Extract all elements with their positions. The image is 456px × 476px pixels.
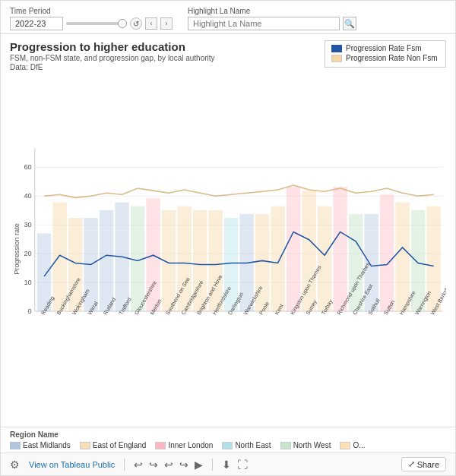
- toolbar-divider-1: [124, 459, 125, 471]
- legend-color-fsm: [331, 45, 342, 52]
- legend-label-fsm: Progression Rate Fsm: [346, 44, 421, 52]
- tableau-icon: ⚙: [10, 459, 20, 471]
- next-button[interactable]: ›: [160, 17, 173, 30]
- region-legend: Region Name East Midlands East of Englan…: [1, 427, 455, 452]
- toolbar-divider-2: [212, 459, 213, 471]
- region-label-other: O...: [353, 441, 365, 449]
- region-color-north-east: [222, 442, 233, 449]
- undo-button[interactable]: ↩: [134, 459, 143, 471]
- region-legend-label: Region Name: [10, 430, 446, 439]
- region-label-north-west: North West: [293, 441, 331, 449]
- top-controls: Time Period 2022-23 ↺ ‹ › Highlight La N…: [1, 1, 455, 34]
- svg-text:10: 10: [24, 279, 31, 286]
- highlight-row: 🔍: [188, 17, 446, 30]
- expand-button[interactable]: ⛶: [237, 459, 248, 471]
- view-on-tableau-link[interactable]: View on Tableau Public: [29, 460, 115, 469]
- region-item-other[interactable]: O...: [340, 441, 365, 449]
- chart-legend: Progression Rate Fsm Progression Rate No…: [325, 40, 446, 68]
- slider-thumb[interactable]: [118, 19, 127, 28]
- forward-button[interactable]: ▶: [195, 459, 203, 471]
- undo2-button[interactable]: ↩: [164, 459, 173, 471]
- region-label-east-england: East of England: [93, 441, 147, 449]
- share-label: Share: [417, 460, 439, 469]
- time-period-value: 2022-23: [10, 17, 63, 30]
- chart-subtitle2: Data: DfE: [10, 63, 215, 71]
- chart-title: Progression to higher education: [10, 40, 215, 53]
- svg-text:20: 20: [24, 250, 31, 257]
- redo-button[interactable]: ↪: [149, 459, 158, 471]
- highlight-label: Highlight La Name: [188, 7, 446, 15]
- region-item-north-west[interactable]: North West: [280, 441, 331, 449]
- legend-label-non-fsm: Progression Rate Non Fsm: [346, 54, 438, 62]
- region-color-other: [340, 442, 350, 449]
- chart-title-block: Progression to higher education FSM, non…: [10, 40, 215, 71]
- region-item-inner-london[interactable]: Inner London: [155, 441, 213, 449]
- region-item-north-east[interactable]: North East: [222, 441, 271, 449]
- legend-item-non-fsm: Progression Rate Non Fsm: [331, 54, 439, 62]
- bottom-toolbar: ⚙ View on Tableau Public ↩ ↪ ↩ ↪ ▶ ⬇ ⛶ ⤢…: [1, 452, 455, 475]
- prev-button[interactable]: ‹: [145, 17, 157, 30]
- time-period-label: Time Period: [10, 7, 173, 15]
- time-period-group: Time Period 2022-23 ↺ ‹ ›: [10, 7, 173, 30]
- chart-svg: Progression rate 0 10 20 30 40 60: [10, 74, 446, 424]
- svg-rect-37: [380, 194, 394, 311]
- svg-text:30: 30: [24, 221, 31, 229]
- time-period-slider[interactable]: [66, 22, 127, 25]
- share-icon: ⤢: [408, 459, 415, 469]
- svg-text:0: 0: [28, 307, 32, 315]
- highlight-input[interactable]: [188, 17, 340, 30]
- region-color-north-west: [280, 442, 291, 449]
- svg-rect-19: [100, 210, 113, 311]
- chart-area: Progression to higher education FSM, non…: [1, 34, 455, 427]
- download-button[interactable]: ⬇: [222, 459, 231, 471]
- svg-rect-31: [287, 187, 300, 311]
- chart-svg-container: Progression rate 0 10 20 30 40 60: [10, 74, 446, 424]
- chart-header: Progression to higher education FSM, non…: [10, 40, 446, 71]
- svg-text:Progression rate: Progression rate: [13, 223, 21, 275]
- svg-text:40: 40: [24, 192, 31, 200]
- region-item-east-midlands[interactable]: East Midlands: [10, 441, 71, 449]
- svg-rect-33: [318, 206, 331, 311]
- main-container: Time Period 2022-23 ↺ ‹ › Highlight La N…: [0, 0, 456, 476]
- redo2-button[interactable]: ↪: [179, 459, 188, 471]
- refresh-button[interactable]: ↺: [130, 17, 142, 30]
- region-item-east-england[interactable]: East of England: [80, 441, 147, 449]
- time-period-row: 2022-23 ↺ ‹ ›: [10, 17, 173, 30]
- region-label-east-midlands: East Midlands: [23, 441, 71, 449]
- chart-subtitle1: FSM, non-FSM state, and progression gap,…: [10, 54, 215, 62]
- search-button[interactable]: 🔍: [343, 17, 356, 30]
- svg-rect-30: [271, 206, 284, 311]
- svg-text:60: 60: [24, 163, 31, 171]
- svg-rect-38: [395, 203, 409, 312]
- region-items: East Midlands East of England Inner Lond…: [10, 441, 446, 449]
- svg-rect-16: [52, 203, 66, 312]
- region-color-east-midlands: [10, 442, 21, 449]
- region-label-inner-london: Inner London: [168, 441, 213, 449]
- legend-item-fsm: Progression Rate Fsm: [331, 44, 439, 52]
- region-label-north-east: North East: [235, 441, 271, 449]
- region-color-inner-london: [155, 442, 166, 449]
- share-button[interactable]: ⤢ Share: [401, 457, 446, 471]
- svg-rect-34: [333, 187, 347, 311]
- legend-color-non-fsm: [331, 55, 342, 62]
- region-color-east-england: [80, 442, 90, 449]
- highlight-group: Highlight La Name 🔍: [188, 7, 446, 30]
